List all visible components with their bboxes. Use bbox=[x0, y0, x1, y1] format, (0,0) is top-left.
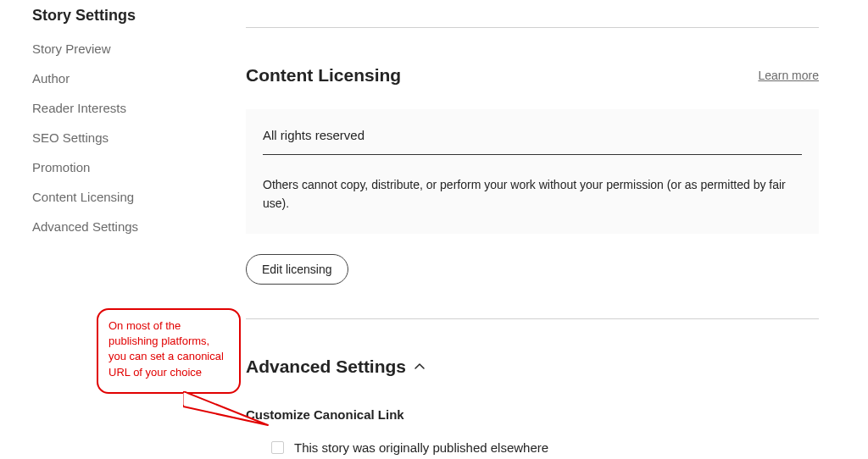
edit-licensing-button[interactable]: Edit licensing bbox=[246, 254, 348, 285]
main-content: Content Licensing Learn more All rights … bbox=[246, 7, 868, 455]
annotation-box: On most of the publishing platforms, you… bbox=[97, 308, 241, 394]
sidebar-item-story-preview[interactable]: Story Preview bbox=[32, 41, 246, 56]
canonical-checkbox-label: This story was originally published else… bbox=[294, 440, 548, 455]
license-description: Others cannot copy, distribute, or perfo… bbox=[263, 175, 802, 213]
divider bbox=[246, 27, 819, 28]
chevron-up-icon bbox=[413, 360, 426, 373]
annotation-callout: On most of the publishing platforms, you… bbox=[97, 308, 241, 423]
customize-canonical-link-title: Customize Canonical Link bbox=[246, 407, 819, 422]
sidebar-item-content-licensing[interactable]: Content Licensing bbox=[32, 190, 246, 204]
sidebar-item-seo-settings[interactable]: SEO Settings bbox=[32, 130, 246, 145]
annotation-arrow-icon bbox=[183, 391, 285, 434]
sidebar-item-promotion[interactable]: Promotion bbox=[32, 160, 246, 174]
content-licensing-title: Content Licensing bbox=[246, 65, 401, 86]
sidebar-item-reader-interests[interactable]: Reader Interests bbox=[32, 101, 246, 115]
advanced-settings-header[interactable]: Advanced Settings bbox=[246, 357, 819, 377]
canonical-checkbox[interactable] bbox=[271, 441, 284, 454]
advanced-settings-title: Advanced Settings bbox=[246, 357, 406, 377]
license-box: All rights reserved Others cannot copy, … bbox=[246, 109, 819, 234]
license-name: All rights reserved bbox=[263, 128, 802, 155]
learn-more-link[interactable]: Learn more bbox=[758, 69, 819, 82]
sidebar-item-advanced-settings[interactable]: Advanced Settings bbox=[32, 219, 246, 234]
sidebar-title: Story Settings bbox=[32, 7, 246, 25]
sidebar-item-author[interactable]: Author bbox=[32, 71, 246, 86]
annotation-text: On most of the publishing platforms, you… bbox=[108, 318, 229, 380]
divider bbox=[246, 318, 819, 319]
content-licensing-header: Content Licensing Learn more bbox=[246, 65, 819, 86]
canonical-checkbox-row: This story was originally published else… bbox=[246, 440, 819, 455]
